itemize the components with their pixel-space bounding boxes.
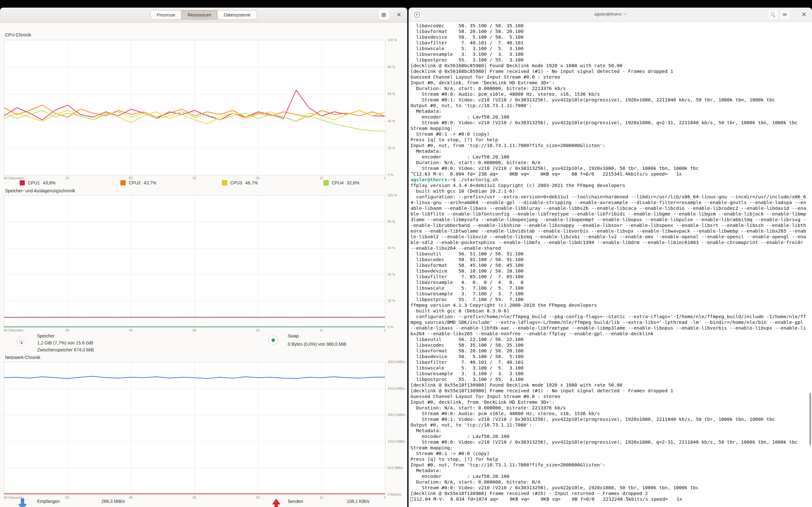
terminal-line: configuration: --prefix=/home/nle/ffmpeg…: [410, 314, 809, 320]
primary-menu-button[interactable]: [378, 9, 389, 20]
tab-ressourcen[interactable]: Ressourcen: [182, 10, 217, 20]
y-axis-label: 60,0 MiB/s: [388, 466, 403, 469]
y-axis-label: 0 Bytes/s: [388, 493, 401, 496]
y-axis-label: 20 %: [388, 299, 395, 302]
cpu-section-title: CPU-Chronik: [5, 32, 31, 38]
sent-label: Senden: [288, 499, 303, 504]
terminal-line: libavfilter 7. 40.101 / 7. 40.101: [410, 40, 809, 46]
close-window-button[interactable]: ✕: [396, 11, 403, 18]
terminal-line: built with gcc 8 (Debian 8.3.0-6): [410, 308, 809, 314]
x-axis-label: 30: [193, 496, 196, 499]
terminal-line: -enable-librubberband --enable-libshine …: [410, 222, 809, 228]
terminal-line: [decklink @ 0x56168bc85980] Frame receiv…: [410, 68, 809, 74]
terminal-menu-button[interactable]: [780, 9, 790, 20]
x-axis-label: 10: [319, 496, 323, 499]
x-axis-label: 50: [65, 496, 69, 499]
terminal-line: [decklink @ 0x55e18f130980] Frame receiv…: [410, 491, 809, 496]
memory-cache: Zwischenspeicher 674,0 MiB: [37, 347, 94, 352]
terminal-line: Metadata:: [410, 468, 809, 473]
terminal-line: bx264 --enable-libx265 --enable-nonfree …: [410, 331, 809, 337]
tab-dateisysteme[interactable]: Dateisysteme: [217, 10, 257, 20]
x-axis-label: 20: [256, 496, 260, 499]
terminal-line: agsler@thorrx:~$ ./startorig.sh: [410, 177, 809, 182]
terminal-line: encoder : Lavf58.20.100: [410, 154, 809, 160]
terminal-line: mpeg_sources/BMD_SDK/include' --extra-ld…: [410, 320, 809, 325]
terminal-line: Metadata:: [410, 428, 809, 434]
desktop: { "monitor": { "tabs": [ {"label": "Proz…: [0, 0, 812, 507]
y-axis-label: 20 %: [388, 146, 395, 150]
terminal-line: Stream #0:1 -> #0:0 (copy): [410, 451, 809, 456]
terminal-line: libpostproc 55. 3.100 / 55. 3.100: [410, 57, 809, 63]
memory-usage: 1,2 GiB (7,7%) von 15,6 GiB: [37, 340, 93, 345]
terminal-line: Stream mapping:: [410, 445, 809, 451]
terminal-output: libavcodec 58. 35.100 / 58. 35.100 libav…: [410, 23, 809, 507]
y-axis-label: 0 %: [388, 325, 393, 329]
terminal-title: agsler@thorrx: ~: [409, 12, 812, 16]
x-axis-label: 60 Sekunden: [4, 176, 23, 180]
terminal-line: ^C12.63 M-V: 0.004 fd= 238 aq= 0KB vq= 0…: [410, 171, 809, 177]
network-x-axis: 60 Sekunden50403020100: [4, 496, 385, 500]
hamburger-icon: [382, 13, 386, 17]
terminal-line: libavdevice 58. 10.100 / 58. 10.100: [410, 268, 809, 274]
terminal-window: + agsler@thorrx: ~ ✕ libavcodec 58. 35.1…: [409, 8, 812, 507]
terminal-line: libavdevice 58. 5.100 / 58. 5.100: [410, 34, 809, 40]
terminal-line: 3lame --enable-libmysofa --enable-libope…: [410, 217, 809, 222]
terminal-scrollbar-thumb[interactable]: [809, 393, 811, 445]
cpu4-swatch: [323, 180, 328, 185]
hamburger-icon: [783, 13, 786, 17]
terminal-line: libavcodec 58. 91.100 / 58. 91.100: [410, 257, 809, 262]
x-axis-label: 20: [256, 176, 260, 180]
terminal-line: libavformat 58. 20.100 / 58. 20.100: [410, 29, 809, 34]
y-axis-label: 240,0 MiB/s: [388, 387, 405, 390]
terminal-line: ble-libflite --enable-libfontconfig --en…: [410, 211, 809, 217]
terminal-line: Guessed Channel Layout for Input Stream …: [410, 74, 809, 80]
terminal-line: Stream #0:1: Video: v210 (V210 / 0x30313…: [410, 416, 809, 422]
cpu1-swatch: [20, 180, 25, 185]
terminal-line: ffmpeg version 4.1.3 Copyright (c) 2000-…: [410, 302, 809, 308]
terminal-line: libswresample 3. 7.100 / 3. 7.100: [410, 291, 809, 297]
search-icon: [770, 12, 775, 17]
terminal-line: Stream #0:1 -> #0:0 (copy): [410, 131, 809, 137]
y-axis-label: 60 %: [388, 246, 395, 250]
terminal-line: libavformat 58. 45.100 / 58. 45.100: [410, 262, 809, 268]
y-axis-label: 80 %: [388, 220, 395, 223]
y-axis-label: 40 %: [388, 119, 395, 123]
terminal-line: Input #0, decklink, from 'DeckLink HD Ex…: [410, 80, 809, 86]
terminal-line: 112.04 M-V: 0.034 fd=1874 aq= 0KB vq= 0K…: [410, 496, 809, 502]
terminal-line: libavfilter 7. 40.101 / 7. 40.101: [410, 359, 809, 365]
x-axis-label: 60 Sekunden: [4, 328, 23, 332]
network-section-title: Netzwerk-Chronik: [5, 355, 40, 360]
terminal-line: libswresample 3. 3.100 / 3. 3.100: [410, 371, 809, 377]
system-monitor-window: Prozesse Ressourcen Dateisysteme ✕ CPU-C…: [0, 8, 407, 507]
swap-dot-icon: [268, 335, 278, 345]
y-axis-label: 80 %: [388, 65, 395, 69]
terminal-close-button[interactable]: ✕: [801, 11, 808, 18]
terminal-line: Stream #0:1: Video: v210 (V210 / 0x30313…: [410, 97, 809, 103]
x-axis-label: 10: [319, 328, 323, 332]
search-button[interactable]: [768, 9, 778, 20]
tab-prozesse[interactable]: Prozesse: [150, 10, 182, 20]
x-axis-label: 10: [319, 176, 323, 180]
terminal-line: Input #0, nut, from 'tcp://10.73.1.11:70…: [410, 462, 809, 468]
terminal-cursor: [410, 497, 413, 501]
legend-cpu3: CPU346,7%: [222, 180, 258, 185]
memory-pie-icon: [16, 337, 26, 346]
terminal-line: libavcodec 58. 35.100 / 58. 35.100: [410, 342, 809, 348]
x-axis-label: 40: [129, 176, 133, 180]
cpu2-swatch: [120, 180, 125, 185]
terminal-line: libswscale 5. 3.100 / 5. 3.100: [410, 46, 809, 51]
terminal-line: eora --enable-libtwolame --enable-libvid…: [410, 228, 809, 234]
x-axis-label: 30: [193, 176, 196, 180]
terminal-line: Input #0, nut, from 'tcp://10.73.1.11:70…: [410, 143, 809, 148]
x-axis-label: 40: [129, 328, 133, 332]
terminal-line: Stream #0:0: Video: v210 (V210 / 0x30313…: [410, 120, 809, 125]
memory-x-axis: 60 Sekunden50403020100: [4, 328, 385, 333]
legend-cpu4: CPU432,6%: [323, 180, 359, 185]
cpu-chart-canvas: [4, 40, 385, 175]
terminal-line: encoder : Lavf58.20.100: [410, 114, 809, 120]
close-icon: ✕: [397, 11, 402, 18]
terminal-line: libswscale 5. 7.100 / 5. 7.100: [410, 285, 809, 291]
terminal-line: Stream #0:0: Audio: pcm_s16le, 48000 Hz,…: [410, 411, 809, 416]
terminal-line: Output #0, nut, to 'tcp://10.73.1.11:700…: [410, 422, 809, 428]
terminal-line: libswresample 3. 3.100 / 3. 3.100: [410, 51, 809, 57]
